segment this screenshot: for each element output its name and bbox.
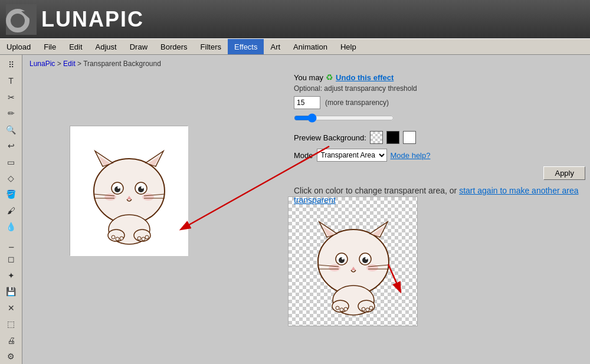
preview-bg-label: Preview Background:	[294, 133, 366, 142]
recycle-icon: ♻	[326, 73, 333, 82]
tool-dropper[interactable]: 💧	[3, 219, 19, 234]
svg-point-31	[318, 229, 389, 294]
breadcrumb: LunaPic > Edit > Transparent Background	[30, 60, 583, 68]
menu-edit[interactable]: Edit	[63, 39, 88, 54]
white-swatch[interactable]	[403, 131, 416, 144]
tool-undo[interactable]: ↩	[3, 138, 19, 153]
svg-point-25	[112, 235, 115, 239]
svg-point-4	[94, 159, 165, 224]
header: LUNAPIC	[0, 0, 590, 38]
threshold-hint: (more transparency)	[325, 99, 389, 107]
svg-point-17	[142, 194, 154, 201]
menu-adjust[interactable]: Adjust	[89, 39, 123, 54]
logo-icon	[6, 4, 37, 35]
menu-draw[interactable]: Draw	[123, 39, 154, 54]
svg-point-56	[366, 308, 369, 311]
menu-effects[interactable]: Effects	[228, 39, 264, 54]
logo-area: LUNAPIC	[6, 4, 144, 35]
cat-transparent-image[interactable]	[288, 196, 418, 326]
left-toolbar: ⠿ T ✂ ✏ 🔍 ↩ ▭ ◇ 🪣 🖌 💧 ⎯ ◻ ✦ 💾 ✕ ⬚ 🖨 ⚙	[0, 55, 22, 364]
undo-line: You may ♻ Undo this effect	[294, 73, 585, 82]
svg-point-40	[342, 257, 344, 260]
svg-point-30	[145, 235, 149, 239]
menu-borders[interactable]: Borders	[154, 39, 194, 54]
tool-settings[interactable]: ⚙	[3, 349, 19, 363]
apply-button[interactable]: Apply	[543, 166, 585, 180]
content-area: LunaPic > Edit > Transparent Background	[22, 55, 590, 364]
main-layout: ⠿ T ✂ ✏ 🔍 ↩ ▭ ◇ 🪣 🖌 💧 ⎯ ◻ ✦ 💾 ✕ ⬚ 🖨 ⚙ Lu…	[0, 55, 590, 364]
tool-frame[interactable]: ⬚	[3, 317, 19, 332]
mode-row: Mode Transparent Area Fuzzy Select Exact…	[294, 149, 585, 162]
tool-shape[interactable]: ◇	[3, 170, 19, 185]
instruction-text: Click on color to change transparent are…	[294, 186, 585, 205]
tool-fill[interactable]: 🪣	[3, 187, 19, 202]
tool-eraser[interactable]: ◻	[3, 252, 19, 267]
tool-brush[interactable]: 🖌	[3, 203, 19, 218]
menubar: Upload File Edit Adjust Draw Borders Fil…	[0, 38, 590, 55]
svg-point-55	[362, 307, 365, 311]
svg-point-16	[104, 194, 116, 201]
tool-line[interactable]: ⎯	[3, 235, 19, 250]
breadcrumb-edit[interactable]: Edit	[63, 60, 76, 68]
svg-point-14	[141, 186, 143, 189]
svg-point-28	[137, 237, 141, 240]
cat-original-image[interactable]	[70, 126, 188, 255]
logo-text: LUNAPIC	[41, 7, 144, 32]
threshold-slider[interactable]	[294, 113, 394, 123]
svg-point-26	[116, 237, 119, 241]
svg-point-54	[344, 307, 348, 311]
tool-print[interactable]: 🖨	[3, 333, 19, 347]
menu-help[interactable]: Help	[334, 39, 363, 54]
menu-file[interactable]: File	[37, 39, 63, 54]
tool-scissors[interactable]: ✂	[3, 90, 19, 104]
mode-select[interactable]: Transparent Area Fuzzy Select Exact Colo…	[317, 149, 387, 162]
menu-upload[interactable]: Upload	[0, 39, 37, 54]
apply-row: Apply	[294, 166, 585, 180]
checkered-swatch[interactable]	[370, 131, 383, 144]
instruction-static: Click on color to change transparent are…	[294, 186, 457, 195]
menu-art[interactable]: Art	[264, 39, 287, 54]
tool-rectangle[interactable]: ▭	[3, 155, 19, 169]
svg-point-57	[369, 306, 373, 310]
tool-text[interactable]: T	[3, 73, 19, 88]
black-swatch[interactable]	[386, 131, 399, 144]
mode-label: Mode	[294, 151, 313, 160]
svg-point-27	[120, 237, 123, 240]
breadcrumb-current: Transparent Background	[83, 60, 161, 68]
svg-point-53	[340, 308, 343, 311]
svg-point-43	[329, 264, 340, 271]
tool-move[interactable]: ⠿	[3, 57, 19, 72]
threshold-input[interactable]	[294, 96, 320, 109]
tool-fx[interactable]: ✦	[3, 268, 19, 283]
svg-point-52	[336, 306, 339, 310]
undo-link[interactable]: Undo this effect	[336, 73, 394, 82]
threshold-row: (more transparency)	[294, 96, 585, 109]
tool-zoom[interactable]: 🔍	[3, 122, 19, 137]
menu-animation[interactable]: Animation	[287, 39, 334, 54]
preview-bg-row: Preview Background:	[294, 131, 585, 144]
mode-help-link[interactable]: Mode help?	[391, 151, 431, 160]
tool-save[interactable]: 💾	[3, 284, 19, 299]
svg-point-41	[365, 257, 368, 260]
tool-pencil[interactable]: ✏	[3, 106, 19, 120]
svg-point-13	[117, 186, 120, 189]
menu-filters[interactable]: Filters	[194, 39, 228, 54]
right-panel: You may ♻ Undo this effect Optional: adj…	[294, 73, 585, 205]
svg-point-44	[366, 264, 378, 271]
optional-text: Optional: adjust transparancy threshold	[294, 84, 585, 93]
svg-point-29	[142, 237, 145, 241]
undo-prefix: You may	[294, 73, 323, 82]
tool-close[interactable]: ✕	[3, 300, 19, 315]
breadcrumb-lunapic[interactable]: LunaPic	[30, 60, 55, 68]
